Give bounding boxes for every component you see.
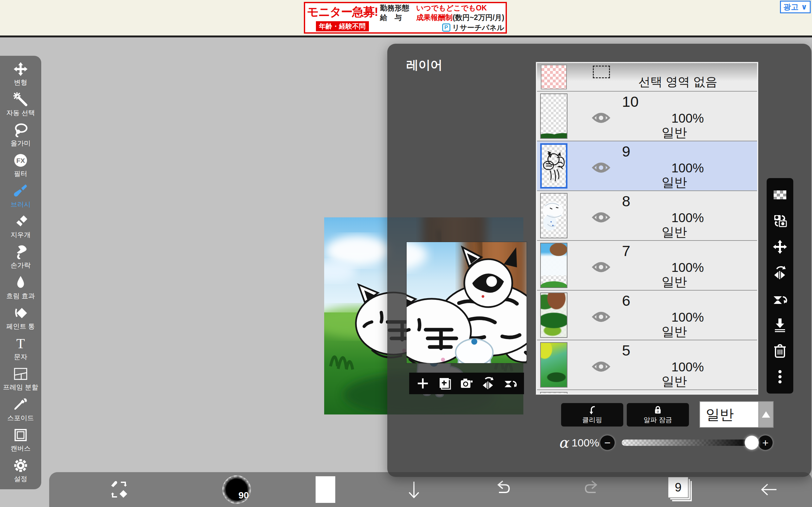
ad-info-badge[interactable]: 광고 ∨ [780,1,811,13]
sidebar-item-eraser[interactable]: 지우개 [0,214,41,239]
layer-visibility-toggle[interactable] [592,259,611,276]
ad-left-block: モニター急募! 年齢・経験不問 [308,4,377,32]
collapse-toolbar-button[interactable] [393,472,435,507]
sidebar-item-settings[interactable]: 설정 [0,458,41,483]
layer-thumbnail[interactable] [540,243,567,288]
layer-actions-toolbar [767,178,793,394]
layer-blend-mode: 일반 [642,373,707,390]
undo-icon [492,478,514,501]
layer-row-10[interactable]: 10 100% 일반 [537,91,757,141]
ad-banner[interactable]: モニター急募! 年齢・経験不問 勤務形態 いつでもどこでもOK 給 与 成果報酬… [304,2,507,34]
sidebar-item-text[interactable]: T 문자 [0,336,41,361]
brush-size-button[interactable]: 90 [216,472,257,507]
layers-list: 선택 영역 없음 10 100% 일반 9 [536,62,758,395]
layer-thumbnail[interactable] [540,143,567,188]
layer-opacity-controls: α 100% − + [559,432,773,454]
flip-vertical-button[interactable] [771,290,789,308]
layers-badge: 9 [668,477,692,502]
add-button[interactable] [414,375,432,392]
blend-mode-dropdown[interactable]: 일반 [699,401,774,428]
merge-down-button[interactable] [771,316,789,334]
layer-thumbnail[interactable] [540,392,567,395]
zoom-preview-window[interactable] [407,242,526,363]
layer-row-8[interactable]: 8 100% 일반 [537,190,757,240]
layer-row-5[interactable]: 5 100% 일반 [537,340,757,389]
flip-horizontal-icon [772,265,788,280]
layer-row-7[interactable]: 7 100% 일반 [537,240,757,290]
add-layer-button[interactable] [436,375,454,392]
layer-move-button[interactable] [771,238,789,256]
layer-blend-mode: 일반 [642,323,707,340]
redo-icon [580,478,603,501]
back-button[interactable] [749,472,790,507]
opacity-slider-knob[interactable] [745,436,759,450]
flip-horizontal-button[interactable] [771,264,789,282]
finger-smudge-icon [13,245,28,259]
layer-count: 9 [668,477,688,498]
camera-import-button[interactable] [458,375,475,392]
redo-button[interactable] [571,472,612,507]
layer-visibility-toggle[interactable] [592,358,611,376]
opacity-slider[interactable] [622,440,753,446]
research-panel-logo: P [442,23,450,32]
color-swatch-button[interactable] [305,472,346,507]
fx-filter-icon: FX [13,153,28,168]
undo-button[interactable] [483,472,524,507]
flip-horizontal-button[interactable] [479,375,497,392]
sidebar-item-blur[interactable]: 흐림 효과 [0,275,41,300]
more-options-button[interactable] [771,368,789,386]
clipping-arrow-icon [588,405,597,415]
magic-wand-icon [13,92,28,107]
sidebar-item-auto-select[interactable]: 자동 선택 [0,92,41,117]
ad-headline: モニター急募! [307,4,378,20]
sidebar-item-brush[interactable]: 브러시 [0,184,41,209]
clipping-button[interactable]: 클리핑 [561,403,623,427]
layer-thumbnail[interactable] [540,193,567,238]
layer-number: 10 [622,93,639,110]
layer-row-4[interactable]: 4 [537,389,757,395]
blend-mode-value: 일반 [700,405,758,424]
sidebar-item-eyedropper[interactable]: 스포이드 [0,397,41,422]
delete-layer-button[interactable] [771,342,789,360]
layer-blend-mode: 일반 [642,124,707,141]
sidebar-item-paint-bucket[interactable]: 페인트 통 [0,306,41,331]
selection-thumbnail[interactable] [541,65,567,89]
layers-button[interactable]: 9 [659,472,701,507]
layer-visibility-toggle[interactable] [592,159,611,177]
frame-divide-icon [13,367,28,381]
sidebar-item-transform[interactable]: 변형 [0,62,41,87]
blend-mode-expand-button[interactable] [758,402,773,427]
brush-eraser-swap-button[interactable] [99,472,140,507]
layer-convert-button[interactable] [771,212,789,230]
layer-visibility-toggle[interactable] [592,308,611,326]
convert-icon [772,213,788,228]
layer-row-9[interactable]: 9 100% 일반 [537,141,757,190]
text-icon: T [13,336,28,351]
checkerboard-icon [772,187,788,203]
sidebar-item-filter[interactable]: FX 필터 [0,153,41,178]
alpha-value: 100% [571,437,600,449]
layer-number: 6 [622,292,630,309]
svg-text:FX: FX [16,157,25,164]
selection-status-row[interactable]: 선택 영역 없음 [537,63,757,91]
opacity-decrease-button[interactable]: − [600,435,615,450]
sidebar-item-canvas[interactable]: 캔버스 [0,428,41,453]
layer-visibility-toggle[interactable] [592,109,611,127]
app-screen: 레이어 선택 영역 없음 10 100% 일반 [0,0,812,507]
layer-thumbnail[interactable] [540,94,567,139]
layer-thumbnail[interactable] [540,342,567,388]
layer-thumbnail[interactable] [540,292,567,338]
ad-sub-badge: 年齢・経験不問 [316,21,369,32]
layer-blend-mode: 일반 [642,223,707,241]
ad-body: 勤務形態 いつでもどこでもOK 給 与 成果報酬制 (数円~2万円/月) P リ… [380,3,504,33]
opacity-increase-button[interactable]: + [758,435,773,450]
layer-visibility-toggle[interactable] [592,209,611,227]
sidebar-item-lasso[interactable]: 올가미 [0,123,41,148]
flip-vertical-button[interactable] [502,375,519,392]
transparent-background-toggle[interactable] [771,186,789,204]
sidebar-item-finger[interactable]: 손가락 [0,245,41,270]
alpha-lock-button[interactable]: α 알파 잠금 [627,403,689,427]
layer-opacity: 100% [639,261,704,275]
sidebar-item-frame-divide[interactable]: 프레임 분할 [0,367,41,392]
layer-row-6[interactable]: 6 100% 일반 [537,290,757,340]
